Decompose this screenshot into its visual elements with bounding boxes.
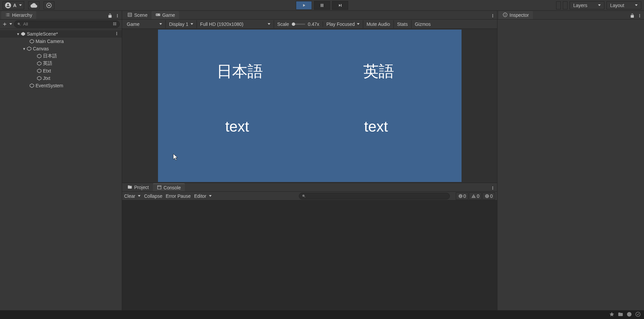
status-icon[interactable]: [627, 312, 632, 318]
status-icon[interactable]: [609, 312, 614, 318]
inspector-tab-label: Inspector: [509, 12, 529, 18]
lock-icon[interactable]: [108, 13, 112, 19]
layers-dropdown[interactable]: Layers: [570, 1, 604, 9]
cloud-button[interactable]: [28, 1, 40, 9]
version-control-button[interactable]: [44, 1, 54, 9]
game-tab[interactable]: Game: [152, 11, 179, 19]
game-view-dropdown[interactable]: Game: [123, 20, 166, 28]
info-count: 0: [464, 193, 466, 199]
game-icon: [156, 12, 160, 18]
more-icon[interactable]: [114, 31, 119, 37]
tree-label: Etxt: [43, 68, 51, 74]
lock-icon[interactable]: [630, 13, 635, 19]
hierarchy-tab-label: Hierarchy: [12, 12, 32, 18]
search-button[interactable]: [563, 1, 568, 9]
tree-label: Canvas: [33, 46, 49, 51]
canvas-text-jtxt: text: [225, 118, 249, 135]
editor-dropdown[interactable]: Editor: [194, 193, 212, 199]
step-button[interactable]: [332, 1, 348, 10]
pause-button[interactable]: [314, 1, 330, 10]
gizmos-label: Gizmos: [415, 21, 431, 27]
stats-toggle[interactable]: Stats: [394, 20, 412, 28]
inspector-body: [497, 19, 644, 319]
canvas-text-etxt: text: [364, 118, 388, 135]
tree-item-main-camera[interactable]: Main Camera: [0, 38, 122, 45]
expand-arrow-icon[interactable]: ▼: [16, 32, 20, 36]
game-view[interactable]: 日本語 英語 text text: [122, 29, 497, 183]
resolution-dropdown[interactable]: Full HD (1920x1080): [197, 20, 274, 28]
scene-tab[interactable]: Scene: [123, 11, 152, 19]
hierarchy-search-input[interactable]: All: [14, 20, 120, 28]
gizmos-toggle[interactable]: Gizmos: [412, 20, 434, 28]
error-pause-toggle[interactable]: Error Pause: [166, 193, 191, 199]
cursor-icon: [173, 154, 179, 162]
more-icon[interactable]: [490, 186, 495, 191]
console-tab[interactable]: Console: [153, 183, 185, 191]
status-icon[interactable]: [618, 312, 623, 318]
scale-slider[interactable]: [292, 24, 305, 25]
display-label: Display 1: [169, 21, 189, 27]
more-icon[interactable]: [115, 13, 120, 19]
caret-down-icon: [138, 195, 141, 197]
clear-label: Clear: [124, 193, 135, 199]
tree-item-english[interactable]: 英語: [0, 60, 122, 67]
tree-item-etxt[interactable]: Etxt: [0, 67, 122, 75]
expand-arrow-icon[interactable]: ▼: [22, 47, 26, 51]
mute-label: Mute Audio: [367, 21, 390, 27]
stats-label: Stats: [397, 21, 408, 27]
console-icon: [157, 185, 162, 191]
more-icon[interactable]: [490, 13, 495, 19]
tree-item-canvas[interactable]: ▼ Canvas: [0, 45, 122, 52]
more-icon[interactable]: [637, 13, 642, 19]
tree-label: 英語: [43, 60, 52, 66]
tree-label: Main Camera: [36, 39, 64, 44]
search-placeholder: All: [23, 21, 28, 27]
console-tab-label: Console: [164, 185, 181, 190]
undo-history-button[interactable]: [556, 1, 561, 9]
caret-down-icon: [19, 4, 22, 6]
project-tab[interactable]: Project: [123, 183, 153, 191]
status-bar: [0, 310, 644, 319]
account-dropdown[interactable]: A: [3, 1, 24, 9]
caret-down-icon: [209, 195, 212, 197]
tree-item-jtxt[interactable]: Jtxt: [0, 75, 122, 82]
scene-tab-label: Scene: [134, 12, 148, 18]
create-dropdown[interactable]: [2, 21, 12, 27]
search-scope-icon[interactable]: [113, 21, 117, 27]
tree-label: Jtxt: [43, 76, 50, 81]
tree-item-scene[interactable]: ▼ SampleScene*: [0, 30, 122, 38]
console-search-input[interactable]: [299, 193, 450, 199]
gameobject-icon: [29, 83, 35, 88]
tree-item-eventsystem[interactable]: EventSystem: [0, 82, 122, 89]
account-icon: [5, 2, 11, 8]
mute-audio-toggle[interactable]: Mute Audio: [363, 20, 394, 28]
layers-label: Layers: [573, 3, 587, 8]
warn-count: 0: [477, 193, 479, 199]
error-count-badge[interactable]: 0: [482, 192, 495, 200]
play-focused-dropdown[interactable]: Play Focused: [323, 20, 363, 28]
game-canvas: 日本語 英語 text text: [158, 30, 462, 182]
resolution-label: Full HD (1920x1080): [200, 21, 244, 27]
tree-label: 日本語: [43, 53, 57, 59]
caret-down-icon: [635, 4, 638, 6]
game-tab-label: Game: [162, 12, 175, 18]
display-dropdown[interactable]: Display 1: [166, 20, 197, 28]
tree-item-japanese[interactable]: 日本語: [0, 52, 122, 60]
caret-down-icon: [357, 23, 360, 25]
editor-label: Editor: [194, 193, 207, 199]
gameobject-icon: [26, 46, 32, 51]
gameobject-icon: [36, 54, 42, 58]
status-icon[interactable]: [635, 312, 641, 318]
tree-label: SampleScene*: [27, 31, 58, 37]
warn-count-badge[interactable]: 0: [469, 192, 482, 200]
inspector-tab[interactable]: Inspector: [499, 11, 533, 19]
hierarchy-tab[interactable]: Hierarchy: [1, 11, 36, 19]
play-button[interactable]: [296, 1, 312, 10]
info-count-badge[interactable]: 0: [456, 192, 469, 200]
layout-dropdown[interactable]: Layout: [606, 1, 641, 9]
hierarchy-icon: [5, 12, 10, 18]
caret-down-icon: [9, 23, 12, 25]
folder-icon: [127, 185, 132, 190]
clear-dropdown[interactable]: Clear: [124, 193, 141, 199]
collapse-toggle[interactable]: Collapse: [144, 193, 162, 199]
